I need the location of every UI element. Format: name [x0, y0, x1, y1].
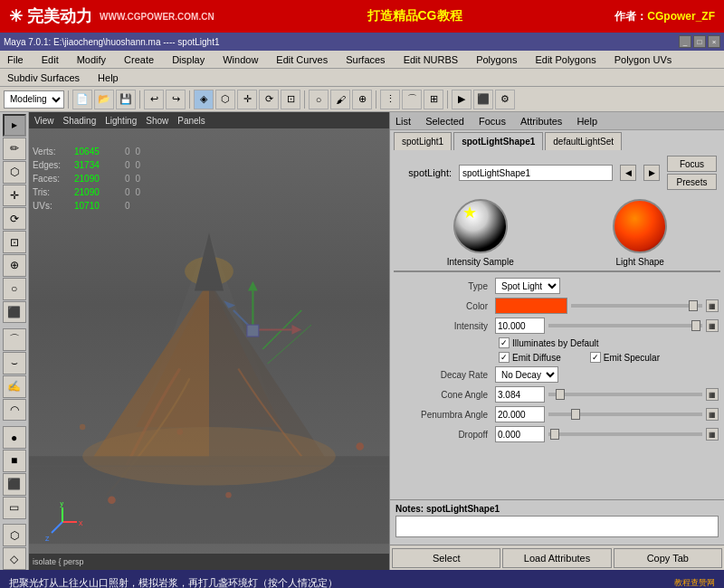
vp-menu-show[interactable]: Show — [146, 116, 168, 126]
cone-slider-track[interactable] — [548, 393, 702, 396]
color-icon-btn[interactable]: ▦ — [706, 299, 719, 312]
lt-bevel[interactable]: ◇ — [3, 547, 26, 570]
vp-menu-shading[interactable]: Shading — [63, 116, 97, 126]
viewport-area[interactable]: View Shading Lighting Show Panels Verts:… — [29, 112, 389, 570]
menu-surfaces[interactable]: Surfaces — [342, 52, 388, 67]
ae-attributes[interactable]: Attributes — [520, 116, 562, 127]
lt-pencil[interactable]: ✍ — [3, 375, 26, 398]
menu-edit-curves[interactable]: Edit Curves — [272, 52, 331, 67]
menu-file[interactable]: File — [4, 52, 27, 67]
menu-edit-nurbs[interactable]: Edit NURBS — [400, 52, 462, 67]
tb-select[interactable]: ◈ — [194, 90, 214, 109]
cone-slider-thumb[interactable] — [556, 389, 565, 400]
tb-ipr[interactable]: ⬛ — [473, 90, 493, 109]
tb-render-settings[interactable]: ⚙ — [495, 90, 515, 109]
minimize-btn[interactable]: _ — [679, 35, 691, 48]
dropoff-slider-track[interactable] — [548, 432, 702, 436]
lt-poly-cyl[interactable]: ⬛ — [3, 473, 26, 496]
menu-polygon-uvs[interactable]: Polygon UVs — [611, 52, 676, 67]
intensity-icon-btn[interactable]: ▦ — [706, 319, 719, 332]
copy-tab-button[interactable]: Copy Tab — [614, 548, 722, 568]
emit-diffuse-cb[interactable]: ✓ — [499, 352, 510, 363]
emit-specular-cb[interactable]: ✓ — [590, 352, 601, 363]
decay-dropdown[interactable]: No Decay — [495, 366, 558, 383]
color-slider-thumb[interactable] — [689, 300, 698, 311]
color-swatch[interactable] — [495, 298, 567, 314]
menu-edit[interactable]: Edit — [38, 52, 62, 67]
spotlight-name-input[interactable] — [459, 165, 613, 181]
intensity-slider-track[interactable] — [548, 324, 702, 327]
dropoff-input[interactable] — [495, 426, 545, 442]
tb-snap-point[interactable]: ⊞ — [424, 90, 443, 109]
tb-lasso[interactable]: ⬡ — [215, 90, 235, 109]
lt-poly-sphere[interactable]: ● — [3, 426, 26, 449]
tb-render[interactable]: ▶ — [452, 90, 472, 109]
spotlight-arrow-right[interactable]: ▶ — [643, 165, 660, 181]
vp-menu-panels[interactable]: Panels — [177, 116, 205, 126]
vp-menu-view[interactable]: View — [34, 116, 54, 126]
illuminates-cb[interactable]: ✓ — [499, 337, 510, 348]
lt-show-manip[interactable]: ⬛ — [3, 301, 26, 324]
tb-rotate[interactable]: ⟳ — [259, 90, 279, 109]
close-btn[interactable]: × — [708, 35, 720, 48]
tb-save[interactable]: 💾 — [116, 90, 136, 109]
tab-spotlight-shape1[interactable]: spotLightShape1 — [453, 132, 543, 150]
emit-diffuse-checkbox[interactable]: ✓ Emit Diffuse — [499, 352, 561, 363]
ae-focus[interactable]: Focus — [479, 116, 506, 127]
menu-polygons[interactable]: Polygons — [472, 52, 520, 67]
select-button[interactable]: Select — [392, 548, 500, 568]
lt-arc[interactable]: ◠ — [3, 399, 26, 422]
menu-create[interactable]: Create — [120, 52, 157, 67]
type-dropdown[interactable]: Spot Light — [495, 278, 560, 294]
menu-display[interactable]: Display — [168, 52, 208, 67]
tb-snap-grid[interactable]: ⋮ — [380, 90, 400, 109]
ae-help[interactable]: Help — [576, 116, 597, 127]
tab-default-light-set[interactable]: defaultLightSet — [545, 132, 622, 150]
tb-paint[interactable]: 🖌 — [330, 90, 350, 109]
lt-poly-plane[interactable]: ▭ — [3, 497, 26, 519]
tb-open[interactable]: 📂 — [94, 90, 114, 109]
lt-poly-cube[interactable]: ■ — [3, 450, 26, 472]
lt-curve-ep[interactable]: ⌣ — [3, 352, 26, 375]
menu-modify[interactable]: Modify — [73, 52, 110, 67]
notes-input[interactable] — [395, 516, 719, 537]
tb-show-manip[interactable]: ⊕ — [352, 90, 372, 109]
lt-paint-tool[interactable]: ✏ — [3, 138, 26, 160]
lt-curve-cv[interactable]: ⌒ — [3, 328, 26, 351]
tb-undo[interactable]: ↩ — [144, 90, 164, 109]
tb-move[interactable]: ✛ — [237, 90, 257, 109]
intensity-input[interactable] — [495, 318, 545, 334]
presets-button[interactable]: Presets — [667, 174, 717, 190]
lt-extrude[interactable]: ⬡ — [3, 524, 26, 546]
load-attributes-button[interactable]: Load Attributes — [502, 548, 611, 568]
tb-new[interactable]: 📄 — [72, 90, 92, 109]
ae-selected[interactable]: Selected — [425, 116, 464, 127]
focus-button[interactable]: Focus — [667, 156, 717, 172]
color-slider-track[interactable] — [571, 304, 702, 308]
lt-move-tool[interactable]: ✛ — [3, 185, 26, 207]
lt-scale-tool[interactable]: ⊡ — [3, 231, 26, 253]
tb-redo[interactable]: ↪ — [166, 90, 186, 109]
penumbra-slider-thumb[interactable] — [571, 409, 580, 420]
intensity-slider-thumb[interactable] — [691, 320, 700, 331]
tb-soft[interactable]: ○ — [309, 90, 329, 109]
tb-scale[interactable]: ⊡ — [281, 90, 300, 109]
menu-subdiv[interactable]: Subdiv Surfaces — [4, 71, 83, 85]
dropoff-icon-btn[interactable]: ▦ — [706, 428, 719, 441]
cone-input[interactable] — [495, 386, 545, 403]
lt-lasso-tool[interactable]: ⬡ — [3, 161, 26, 184]
penumbra-input[interactable] — [495, 406, 545, 422]
lt-rotate-tool[interactable]: ⟳ — [3, 207, 26, 230]
menu-edit-polygons[interactable]: Edit Polygons — [531, 52, 599, 67]
spotlight-arrow-left[interactable]: ◀ — [620, 165, 636, 181]
tb-snap-curve[interactable]: ⌒ — [402, 90, 422, 109]
ae-list[interactable]: List — [395, 116, 411, 127]
penumbra-icon-btn[interactable]: ▦ — [706, 408, 719, 421]
illuminates-checkbox[interactable]: ✓ Illuminates by Default — [499, 337, 599, 348]
cone-icon-btn[interactable]: ▦ — [706, 388, 719, 401]
menu-help[interactable]: Help — [94, 71, 122, 85]
dropoff-slider-thumb[interactable] — [550, 429, 559, 440]
tab-spotlight1[interactable]: spotLight1 — [394, 132, 452, 150]
lt-universal-manip[interactable]: ⊕ — [3, 254, 26, 277]
menu-window[interactable]: Window — [219, 52, 262, 67]
